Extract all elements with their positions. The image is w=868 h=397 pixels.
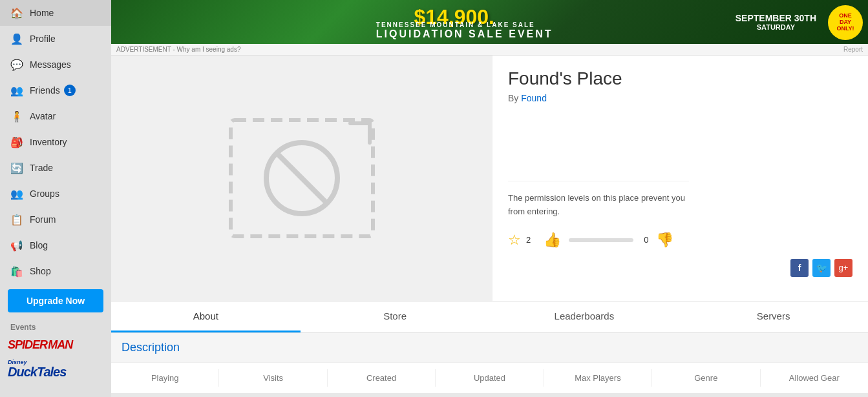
- sidebar-item-blog[interactable]: 📢 Blog: [0, 232, 111, 258]
- social-icons: f 🐦 g+: [508, 259, 852, 277]
- ad-september: SEPTEMBER 30TH SATURDAY: [736, 13, 816, 31]
- ducktales-event[interactable]: Disney DuckTales: [0, 356, 111, 382]
- sidebar-item-avatar[interactable]: 🧍 Avatar: [0, 103, 111, 129]
- ad-banner: $14,900. TENNESSEE MOUNTAIN & LAKE SALE …: [111, 0, 868, 44]
- twitter-share-button[interactable]: 🐦: [812, 259, 831, 277]
- sidebar-item-home[interactable]: 🏠 Home: [0, 0, 111, 26]
- sidebar-item-groups[interactable]: 👥 Groups: [0, 181, 111, 207]
- place-permission-text: The permission levels on this place prev…: [508, 181, 689, 219]
- trade-icon: 🔄: [10, 161, 23, 174]
- place-info: Found's Place By Found The permission le…: [492, 56, 868, 301]
- place-by: By Found: [508, 93, 852, 103]
- vote-bar: [569, 238, 633, 242]
- tab-leaderboards[interactable]: Leaderboards: [490, 301, 679, 332]
- stat-max-players: Max Players: [544, 369, 652, 387]
- place-top: Found's Place By Found The permission le…: [111, 56, 868, 301]
- sidebar-item-profile[interactable]: 👤 Profile: [0, 26, 111, 52]
- profile-icon: 👤: [10, 32, 23, 45]
- star-icon: ☆: [508, 232, 521, 249]
- description-title: Description: [122, 341, 858, 354]
- events-label: Events: [0, 318, 111, 334]
- ad-footer: ADVERTISEMENT - Why am I seeing ads? Rep…: [111, 44, 868, 56]
- spiderman-event[interactable]: SPIDER·MAN: [0, 334, 111, 356]
- googleplus-share-button[interactable]: g+: [834, 259, 852, 277]
- thumb-down-count: 0: [644, 235, 648, 245]
- place-image: [111, 56, 492, 301]
- groups-icon: 👥: [10, 187, 23, 200]
- shop-icon: 🛍️: [10, 265, 23, 278]
- place-author-link[interactable]: Found: [521, 93, 547, 103]
- main-content: $14,900. TENNESSEE MOUNTAIN & LAKE SALE …: [111, 0, 868, 397]
- stat-playing: Playing: [111, 369, 219, 387]
- svg-line-2: [277, 154, 326, 203]
- thumb-down-icon[interactable]: 👎: [656, 232, 673, 249]
- facebook-share-button[interactable]: f: [790, 259, 809, 277]
- tab-about[interactable]: About: [111, 301, 301, 332]
- stats-row: Playing Visits Created Updated Max Playe…: [111, 362, 868, 393]
- stat-created: Created: [328, 369, 436, 387]
- upgrade-now-button[interactable]: Upgrade Now: [8, 289, 103, 312]
- ad-sale-text: TENNESSEE MOUNTAIN & LAKE SALE LIQUIDATI…: [376, 21, 553, 40]
- description-section: Description: [111, 333, 868, 362]
- tab-servers[interactable]: Servers: [679, 301, 868, 332]
- messages-icon: 💬: [10, 58, 23, 71]
- sidebar-item-trade[interactable]: 🔄 Trade: [0, 155, 111, 181]
- thumb-up-icon[interactable]: 👍: [544, 232, 561, 249]
- tab-store[interactable]: Store: [301, 301, 490, 332]
- no-image-placeholder: [224, 114, 379, 243]
- sidebar: 🏠 Home 👤 Profile 💬 Messages 👥 Friends 1 …: [0, 0, 111, 397]
- ad-disclaimer: ADVERTISEMENT - Why am I seeing ads?: [116, 46, 240, 53]
- place-title: Found's Place: [508, 68, 852, 89]
- avatar-icon: 🧍: [10, 110, 23, 123]
- inventory-icon: 🎒: [10, 136, 23, 148]
- blog-icon: 📢: [10, 239, 23, 252]
- ad-oneday-badge: ONE DAY ONLY!: [828, 5, 863, 40]
- place-actions: ☆ 2 👍 0 👎: [508, 232, 852, 249]
- sidebar-item-inventory[interactable]: 🎒 Inventory: [0, 129, 111, 155]
- stat-updated: Updated: [436, 369, 544, 387]
- sidebar-item-messages[interactable]: 💬 Messages: [0, 52, 111, 77]
- friends-icon: 👥: [10, 84, 23, 97]
- tabs-bar: About Store Leaderboards Servers: [111, 301, 868, 333]
- forum-icon: 📋: [10, 213, 23, 226]
- ad-report-button[interactable]: Report: [843, 46, 863, 53]
- stat-allowed-gear: Allowed Gear: [761, 369, 868, 387]
- friends-badge: 1: [64, 85, 76, 96]
- stat-visits: Visits: [219, 369, 327, 387]
- sidebar-item-friends[interactable]: 👥 Friends 1: [0, 77, 111, 103]
- sidebar-item-shop[interactable]: 🛍️ Shop: [0, 258, 111, 284]
- star-count: 2: [526, 235, 531, 245]
- sidebar-item-forum[interactable]: 📋 Forum: [0, 207, 111, 232]
- stat-genre: Genre: [652, 369, 760, 387]
- home-icon: 🏠: [10, 6, 23, 19]
- place-container: Found's Place By Found The permission le…: [111, 56, 868, 393]
